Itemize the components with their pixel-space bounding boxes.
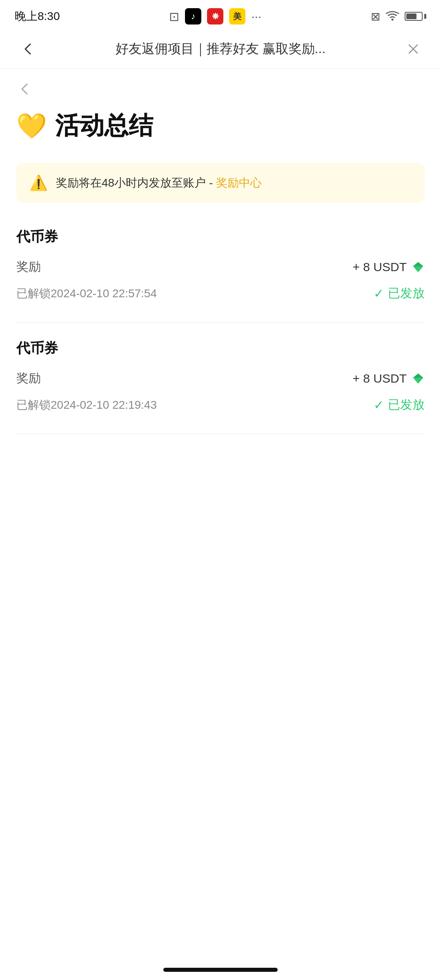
warning-icon: ⚠️ [29,174,48,192]
reward-category-1: 代币券 [16,227,425,246]
issued-status-2: ✓ 已发放 [374,396,425,413]
svg-point-0 [391,19,393,21]
home-indicator [163,968,278,972]
reward-status-row-2: 已解锁2024-02-10 22:19:43 ✓ 已发放 [16,396,425,413]
wifi-icon [385,11,400,22]
reward-amount-1: + 8 USDT [352,260,425,274]
page-title: 活动总结 [55,109,153,143]
nav-title: 好友返佣项目｜推荐好友 赢取奖励... [41,40,400,58]
notice-text: 奖励将在48小时内发放至账户 - 奖励中心 [56,175,262,191]
svg-marker-4 [413,374,423,378]
reward-block-2: 代币券 奖励 + 8 USDT 已解锁2024-02-10 22:19:43 ✓… [16,339,425,413]
battery-indicator [405,12,426,21]
issued-status-1: ✓ 已发放 [374,285,425,302]
reward-status-row-1: 已解锁2024-02-10 22:57:54 ✓ 已发放 [16,285,425,302]
nav-close-button[interactable] [400,36,426,62]
more-apps-indicator: ··· [251,9,261,23]
status-time: 晚上8:30 [15,9,60,24]
status-apps: ⊡ ♪ ❋ 美 ··· [169,8,261,24]
reward-label-1: 奖励 [16,258,41,275]
reward-center-link[interactable]: 奖励中心 [216,176,262,189]
inner-back-button[interactable] [16,81,33,97]
nav-back-button[interactable] [15,36,41,62]
reward-category-2: 代币券 [16,339,425,358]
status-bar: 晚上8:30 ⊡ ♪ ❋ 美 ··· ⊠ [0,0,441,29]
meituan-app-icon: 美 [229,8,245,24]
tiktok-app-icon: ♪ [185,8,201,24]
page-title-emoji: 💛 [16,111,47,140]
screen-icon: ⊠ [371,10,380,23]
unlock-time-1: 已解锁2024-02-10 22:57:54 [16,286,157,301]
reward-divider-2 [16,434,425,434]
diamond-icon-1 [412,261,425,274]
diamond-icon-2 [412,372,425,385]
page-title-row: 💛 活动总结 [16,109,425,143]
nfc-icon: ⊡ [169,9,179,24]
reward-label-2: 奖励 [16,370,41,387]
unlock-time-2: 已解锁2024-02-10 22:19:43 [16,397,157,413]
svg-marker-2 [413,262,423,266]
check-icon-1: ✓ [374,286,384,301]
nav-bar: 好友返佣项目｜推荐好友 赢取奖励... [0,29,441,69]
check-icon-2: ✓ [374,398,384,412]
red-app-icon: ❋ [207,8,223,24]
reward-row-2: 奖励 + 8 USDT [16,370,425,387]
reward-amount-2: + 8 USDT [352,372,425,385]
reward-divider [16,322,425,323]
status-indicators: ⊠ [371,10,426,23]
reward-row-1: 奖励 + 8 USDT [16,258,425,275]
notice-banner: ⚠️ 奖励将在48小时内发放至账户 - 奖励中心 [16,163,425,203]
reward-block-1: 代币券 奖励 + 8 USDT 已解锁2024-02-10 22:57:54 ✓… [16,227,425,302]
page-content: 💛 活动总结 ⚠️ 奖励将在48小时内发放至账户 - 奖励中心 代币券 奖励 +… [0,69,441,467]
